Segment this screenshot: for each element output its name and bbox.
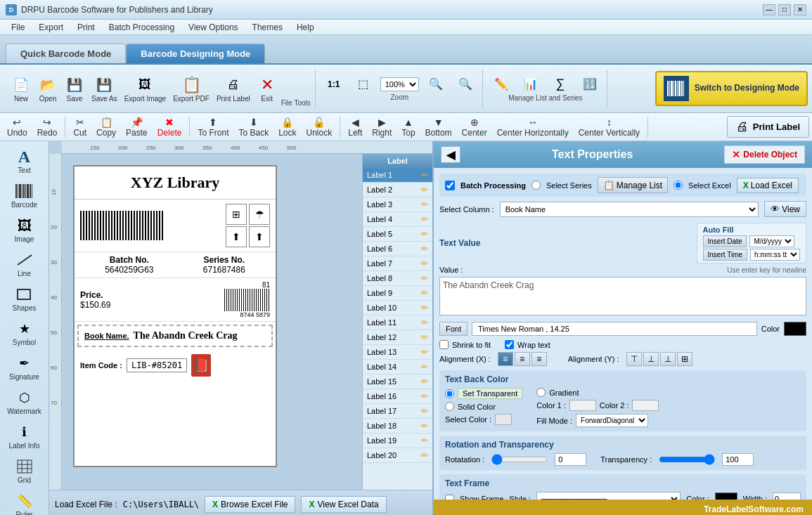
label-row-12[interactable]: Label 12✏	[363, 330, 432, 345]
bottom-button[interactable]: ▼Bottom	[421, 115, 456, 139]
print-label-toolbar-button[interactable]: 🖨 Print Label	[727, 116, 809, 138]
label-edit-20[interactable]: ✏	[421, 450, 428, 460]
label-row-1[interactable]: Label 1 ✏	[363, 168, 432, 183]
tool-image[interactable]: 🖼 Image	[4, 213, 46, 246]
color1-swatch[interactable]	[569, 400, 596, 411]
batch-processing-checkbox[interactable]	[445, 181, 455, 190]
menu-batch[interactable]: Batch Processing	[102, 21, 181, 34]
color2-swatch[interactable]	[632, 400, 659, 411]
select-series-radio[interactable]	[531, 181, 541, 190]
right-button[interactable]: ▶Right	[368, 115, 396, 139]
transparency-input[interactable]	[722, 453, 754, 466]
tool-barcode[interactable]: Barcode	[4, 178, 46, 211]
zoom-icon-button[interactable]: ⬚	[351, 76, 376, 92]
gradient-radio[interactable]	[536, 388, 546, 397]
label-row-20[interactable]: Label 20✏	[363, 448, 432, 463]
label-edit-2[interactable]: ✏	[421, 185, 428, 195]
label-edit-6[interactable]: ✏	[421, 244, 428, 254]
font-button[interactable]: Font	[439, 322, 468, 336]
label-edit-11[interactable]: ✏	[421, 318, 428, 327]
label-row-3[interactable]: Label 3✏	[363, 197, 432, 212]
label-edit-13[interactable]: ✏	[421, 347, 428, 357]
load-excel-button[interactable]: X Load Excel	[737, 178, 799, 193]
frame-color-swatch[interactable]	[715, 493, 737, 500]
manage-list-button[interactable]: 📋 Manage List	[598, 177, 668, 193]
align-y-fill[interactable]: ⊞	[677, 352, 692, 366]
label-row-13[interactable]: Label 13✏	[363, 345, 432, 360]
font-color-swatch[interactable]	[784, 322, 806, 336]
text-value-input[interactable]: The Abandn Creek Crag	[439, 277, 806, 315]
paste-button[interactable]: 📌Paste	[122, 115, 152, 139]
label-row-6[interactable]: Label 6✏	[363, 242, 432, 256]
canvas-scroll-area[interactable]: XYZ Library ⊞ ☂ ⬆ ⬆	[67, 159, 356, 484]
insert-time-button[interactable]: Insert Time	[703, 249, 747, 261]
tool-grid[interactable]: Grid	[4, 454, 46, 487]
zoom-fit-button[interactable]: 1:1	[321, 77, 347, 92]
align-y-bottom[interactable]: ⊥	[660, 352, 676, 366]
switch-mode-button[interactable]: Switch to Designing Mode	[655, 71, 808, 106]
label-edit-8[interactable]: ✏	[421, 273, 428, 283]
label-edit-19[interactable]: ✏	[421, 436, 428, 445]
show-frame-checkbox[interactable]	[445, 495, 454, 500]
tab-barcode-designing[interactable]: Barcode Designing Mode	[126, 44, 265, 63]
unlock-button[interactable]: 🔓Unlock	[302, 115, 337, 139]
select-excel-radio[interactable]	[674, 181, 683, 190]
label-row-17[interactable]: Label 17✏	[363, 404, 432, 419]
label-edit-16[interactable]: ✏	[421, 391, 428, 401]
delete-object-button[interactable]: ✕ Delete Object	[724, 145, 805, 164]
tab-quick-barcode[interactable]: Quick Barcode Mode	[6, 44, 126, 63]
series-icon-btn[interactable]: 🔢	[577, 76, 602, 92]
align-y-top[interactable]: ⊤	[626, 352, 642, 366]
label-row-18[interactable]: Label 18✏	[363, 419, 432, 433]
zoom-select[interactable]: 100%75%125%150%	[380, 77, 419, 91]
time-format-select[interactable]: h:mm:ss tt	[750, 249, 800, 261]
select-color-swatch[interactable]	[495, 414, 512, 425]
label-row-15[interactable]: Label 15✏	[363, 374, 432, 389]
back-button[interactable]: ◀	[441, 146, 460, 163]
transparent-radio[interactable]	[445, 389, 454, 398]
tool-shapes[interactable]: Shapes	[4, 282, 46, 315]
align-y-middle[interactable]: ⊥	[643, 352, 659, 366]
delete-button[interactable]: ✖Delete	[153, 115, 186, 139]
view-button[interactable]: 👁 View	[764, 201, 806, 217]
fill-mode-select[interactable]: ForwardDiagonal	[576, 414, 648, 427]
label-row-2[interactable]: Label 2✏	[363, 183, 432, 197]
undo-button[interactable]: ↩Undo	[3, 115, 32, 139]
label-edit-10[interactable]: ✏	[421, 303, 428, 313]
tool-ruler[interactable]: 📏 Ruler	[4, 488, 46, 515]
frame-style-select[interactable]: ────────────	[536, 492, 681, 500]
menu-view[interactable]: View Options	[181, 21, 245, 34]
export-pdf-button[interactable]: 📋 Export PDF	[170, 74, 212, 104]
zoom-out-button[interactable]: 🔍	[453, 76, 478, 92]
menu-file[interactable]: File	[4, 21, 32, 34]
tool-text[interactable]: A Text	[4, 144, 46, 177]
label-row-7[interactable]: Label 7✏	[363, 256, 432, 271]
center-button[interactable]: ⊕Center	[458, 115, 491, 139]
label-edit-5[interactable]: ✏	[421, 229, 428, 239]
menu-print[interactable]: Print	[70, 21, 102, 34]
view-excel-button[interactable]: X View Excel Data	[301, 496, 386, 513]
label-edit-14[interactable]: ✏	[421, 362, 428, 372]
top-button[interactable]: ▲Top	[397, 115, 419, 139]
open-button[interactable]: 📂 Open	[35, 74, 60, 104]
formula-icon-btn[interactable]: ∑	[548, 75, 573, 93]
align-x-center[interactable]: ≡	[515, 352, 530, 366]
tool-watermark[interactable]: ⬡ Watermark	[4, 385, 46, 418]
label-row-5[interactable]: Label 5✏	[363, 227, 432, 242]
table-icon-btn[interactable]: 📊	[518, 76, 543, 92]
menu-export[interactable]: Export	[32, 21, 70, 34]
label-edit-7[interactable]: ✏	[421, 259, 428, 268]
label-edit-12[interactable]: ✏	[421, 332, 428, 342]
align-x-left[interactable]: ≡	[498, 352, 513, 366]
transparency-slider[interactable]	[659, 454, 715, 465]
wrap-checkbox[interactable]	[505, 340, 514, 349]
label-row-14[interactable]: Label 14✏	[363, 360, 432, 374]
new-button[interactable]: 📄 New	[8, 74, 34, 104]
shrink-checkbox[interactable]	[439, 340, 449, 349]
copy-button[interactable]: 📋Copy	[92, 115, 120, 139]
rotation-input[interactable]	[555, 453, 586, 466]
tool-line[interactable]: Line	[4, 247, 46, 280]
edit-icon-btn[interactable]: ✏️	[489, 76, 514, 92]
align-x-right[interactable]: ≡	[531, 352, 547, 366]
maximize-btn[interactable]: □	[778, 4, 791, 15]
